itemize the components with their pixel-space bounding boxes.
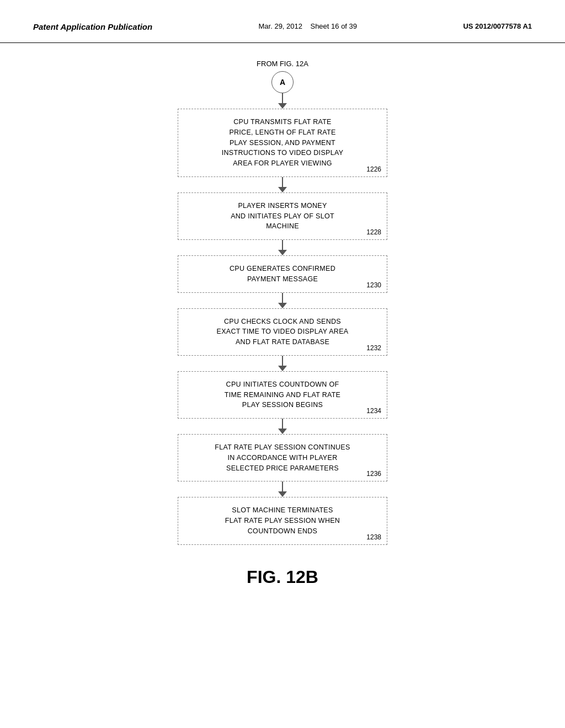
arrowhead-5 [278,366,287,371]
step-number-1238: 1238 [366,533,381,541]
publication-date-sheet: Mar. 29, 2012 Sheet 16 of 39 [259,22,358,30]
line-7 [282,481,283,491]
line-1 [282,93,283,103]
circle-label: A [280,78,285,87]
arrow-2 [278,177,287,192]
publication-label: Patent Application Publication [33,22,152,31]
arrow-7 [278,481,287,497]
step-number-1236: 1236 [366,470,381,478]
flow-box-text-1230: CPU GENERATES CONFIRMEDPAYMENT MESSAGE [189,264,376,285]
publication-date: Mar. 29, 2012 [259,22,303,30]
from-label: FROM FIG. 12A [257,60,308,68]
line-5 [282,356,283,366]
line-3 [282,240,283,250]
flow-box-1228: PLAYER INSERTS MONEYAND INITIATES PLAY O… [178,192,387,240]
flow-box-text-1238: SLOT MACHINE TERMINATESFLAT RATE PLAY SE… [189,505,376,536]
page-container: Patent Application Publication Mar. 29, … [0,0,565,728]
arrow-6 [278,419,287,434]
arrowhead-7 [278,491,287,497]
line-4 [282,293,283,303]
step-number-1232: 1232 [366,344,381,352]
step-number-1234: 1234 [366,407,381,415]
flow-box-1236: FLAT RATE PLAY SESSION CONTINUESIN ACCOR… [178,434,387,481]
flow-box-text-1228: PLAYER INSERTS MONEYAND INITIATES PLAY O… [189,201,376,232]
arrow-1 [278,93,287,109]
patent-number: US 2012/0077578 A1 [463,22,532,30]
step-number-1228: 1228 [366,228,381,236]
flow-box-text-1226: CPU TRANSMITS FLAT RATEPRICE, LENGTH OF … [189,117,376,169]
arrowhead-4 [278,303,287,308]
flow-box-text-1234: CPU INITIATES COUNTDOWN OFTIME REMAINING… [189,379,376,410]
figure-label: FIG. 12B [247,567,318,587]
line-6 [282,419,283,429]
arrow-5 [278,356,287,371]
arrow-3 [278,240,287,255]
sheet-info: Sheet 16 of 39 [310,22,357,30]
flow-box-1234: CPU INITIATES COUNTDOWN OFTIME REMAINING… [178,371,387,419]
line-2 [282,177,283,187]
arrowhead-6 [278,429,287,434]
arrowhead-1 [278,103,287,109]
flow-box-1226: CPU TRANSMITS FLAT RATEPRICE, LENGTH OF … [178,109,387,177]
arrowhead-2 [278,187,287,192]
flow-box-1232: CPU CHECKS CLOCK AND SENDSEXACT TIME TO … [178,308,387,356]
flow-box-text-1236: FLAT RATE PLAY SESSION CONTINUESIN ACCOR… [189,442,376,473]
flow-box-1238: SLOT MACHINE TERMINATESFLAT RATE PLAY SE… [178,497,387,544]
step-number-1230: 1230 [366,281,381,289]
flow-box-text-1232: CPU CHECKS CLOCK AND SENDSEXACT TIME TO … [189,317,376,347]
step-number-1226: 1226 [366,165,381,173]
flow-box-1230: CPU GENERATES CONFIRMEDPAYMENT MESSAGE 1… [178,255,387,293]
arrow-4 [278,293,287,308]
connector-circle-a: A [271,71,294,93]
arrowhead-3 [278,250,287,255]
flowchart-content: FROM FIG. 12A A CPU TRANSMITS FLAT RATEP… [0,43,565,604]
page-header: Patent Application Publication Mar. 29, … [0,0,565,43]
